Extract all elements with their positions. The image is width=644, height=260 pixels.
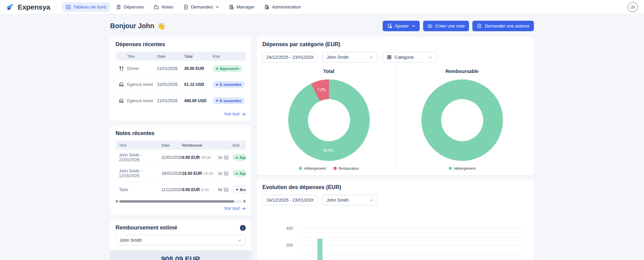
expensya-logo[interactable]: Expensya (6, 3, 50, 11)
nav-item-manager[interactable]: Manager (225, 2, 258, 12)
note-title: Taxis (119, 187, 161, 192)
top-navigation-bar: Expensya Tableau de bord Dépenses Notes (0, 0, 644, 14)
evolution-date-range-input[interactable] (262, 195, 317, 205)
nav-label: Notes (161, 4, 173, 10)
table-row[interactable]: Taxis 11/12/2025 0.00 EUR /0.00 0x Broui… (116, 182, 246, 198)
notes-table-viewport: Titre Date Remboursé Etat John Smith - 2… (116, 141, 246, 198)
chevron-down-icon (369, 55, 373, 59)
nav-item-administration[interactable]: Administration (260, 2, 305, 12)
total-donut-section: Total 7.2% 92.8% Hébergement (262, 67, 396, 170)
note-amount-of: /16.50 (203, 171, 213, 175)
donut-hole (308, 99, 350, 141)
create-note-button[interactable]: Créer une note (423, 21, 469, 31)
legend-item-hebergement[interactable]: Hébergement (449, 166, 476, 170)
chevron-down-icon (412, 24, 415, 28)
legend-item-restauration[interactable]: Restauration (333, 166, 359, 170)
table-row[interactable]: Dinner 21/01/2026 30.00 EUR Approuvée (116, 61, 246, 77)
expense-title: Egencia travel (127, 82, 157, 87)
legend-label: Hébergement (304, 166, 326, 170)
scroll-right-icon[interactable] (244, 200, 246, 203)
table-grid-icon (224, 188, 228, 192)
table-header: Titre Date Total Etat (116, 52, 246, 61)
gridline (300, 245, 522, 246)
legend-label: Restauration (339, 166, 359, 170)
legend-item-hebergement[interactable]: Hébergement (299, 166, 326, 170)
reimbursement-user-select[interactable]: John Smith (116, 235, 246, 245)
expense-total: 400.00 USD (184, 98, 213, 103)
table-grid-icon (224, 171, 228, 175)
nav-item-expenses[interactable]: Dépenses (112, 2, 148, 12)
col-rembourse: Remboursé (182, 143, 218, 147)
administration-icon (264, 4, 269, 10)
folder-icon (154, 4, 159, 10)
evolution-user-select[interactable]: John Smith (323, 195, 378, 205)
table-grid-icon (224, 155, 228, 160)
arrow-right-icon (241, 207, 246, 210)
add-button[interactable]: Ajouter (383, 21, 420, 31)
scroll-left-icon[interactable] (116, 200, 118, 203)
nav-label: Tableau de bord (73, 4, 106, 10)
restaurant-icon (119, 66, 124, 72)
category-user-select[interactable]: John Smith (323, 52, 378, 62)
scrollbar-track[interactable] (119, 200, 242, 203)
gridline (300, 254, 522, 254)
note-amount-of: /0.00 (201, 188, 209, 192)
page-header: Bonjour John 👋 Ajouter Cré (110, 21, 534, 31)
chevron-down-icon (215, 5, 219, 9)
see-all-notes-link[interactable]: Voir tout (224, 206, 246, 211)
note-title: John Smith - 21/01/2026 (119, 153, 161, 162)
legend-label: Hébergement (454, 166, 476, 170)
reimbursement-amount-band: 908.09 EUR (110, 250, 251, 260)
status-badge: À soumettre (213, 97, 245, 104)
recent-expenses-title: Dépenses récentes (116, 41, 246, 48)
user-avatar[interactable]: JS (628, 2, 638, 12)
table-row[interactable]: John Smith - 12/15/2025 16/01/2026 16.50… (116, 166, 246, 182)
table-row[interactable]: John Smith - 21/01/2026 21/01/2026 0.00 … (116, 150, 246, 166)
y-axis-tick-400: 400 (262, 226, 293, 231)
estimated-reimbursement-card: Remboursement estimé i John Smith 908.09… (110, 220, 251, 260)
col-etat: Etat (232, 143, 246, 147)
status-badge: Approuvée (232, 154, 246, 161)
col-titre: Titre (127, 54, 157, 58)
page-title: Bonjour John 👋 (110, 22, 166, 30)
expense-title: Dinner (127, 66, 157, 71)
col-date: Date (157, 54, 184, 58)
y-axis-tick-300: 300 (262, 243, 293, 248)
col-date: Date (161, 143, 182, 147)
nav-item-requests[interactable]: Demandes (179, 2, 223, 12)
see-all-expenses-link[interactable]: Voir tout (224, 112, 246, 116)
selected-user: John Smith (327, 198, 349, 203)
status-badge: À soumettre (213, 81, 245, 88)
recent-notes-table: Titre Date Remboursé Etat John Smith - 2… (116, 141, 246, 198)
evolution-bar[interactable] (317, 239, 323, 260)
horizontal-scrollbar[interactable] (116, 200, 246, 203)
note-title: John Smith - 12/15/2025 (119, 169, 161, 178)
document-plus-icon (183, 4, 189, 10)
table-row[interactable]: Egencia travel 21/01/2026 400.00 USD À s… (116, 93, 246, 109)
nav-item-notes[interactable]: Notes (150, 2, 177, 12)
note-amount: 16.50 EUR (182, 171, 202, 176)
receipt-plus-icon (387, 23, 392, 29)
request-advance-button[interactable]: Demander une avance (472, 21, 534, 31)
evolution-card-title: Evolution des dépenses (EUR) (262, 184, 528, 190)
donut-hole (441, 99, 483, 141)
reimbursement-title: Remboursement estimé (116, 225, 177, 231)
info-icon[interactable]: i (240, 225, 246, 231)
see-all-label: Voir tout (224, 206, 240, 211)
legend-dot-icon (299, 167, 302, 170)
note-amount-of: /30.00 (201, 155, 211, 160)
nav-item-dashboard[interactable]: Tableau de bord (62, 2, 110, 12)
category-expenses-card: Dépenses par catégorie (EUR) John Smith … (257, 37, 534, 175)
note-date: 11/12/2025 (161, 187, 182, 192)
category-filter-select[interactable]: Catégorie (383, 52, 436, 62)
category-date-range-input[interactable] (262, 52, 317, 62)
table-row[interactable]: Egencia travel 22/01/2026 51.12 USD À so… (116, 77, 246, 93)
scrollbar-thumb[interactable] (119, 200, 234, 203)
header-actions: Ajouter Créer une note Demander une avan… (383, 21, 534, 31)
status-badge: Brouillon (232, 186, 246, 193)
donut-title: Remboursable (446, 69, 478, 74)
document-plus-icon (477, 23, 482, 29)
donut-title: Total (323, 69, 334, 74)
expense-total: 51.12 USD (184, 82, 213, 87)
evolution-expenses-card: Evolution des dépenses (EUR) John Smith … (257, 180, 534, 260)
